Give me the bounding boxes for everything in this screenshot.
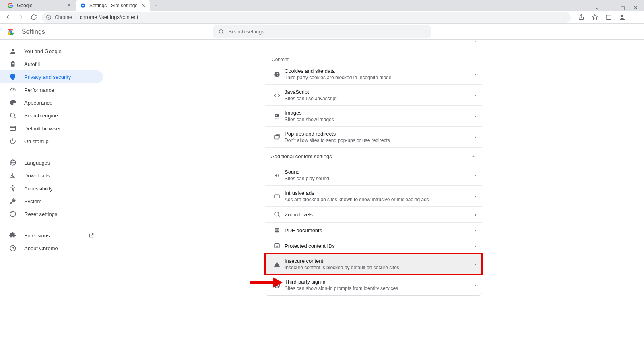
close-tab-icon[interactable]: ✕ <box>140 3 146 8</box>
chevron-up-icon <box>471 154 476 159</box>
nav-extensions[interactable]: Extensions <box>0 229 103 242</box>
warning-icon <box>271 261 283 268</box>
svg-point-39 <box>275 212 279 216</box>
popup-icon <box>271 134 283 141</box>
nav-system[interactable]: System <box>0 195 103 208</box>
share-icon[interactable] <box>576 12 586 22</box>
close-window-icon[interactable]: ✕ <box>632 5 639 11</box>
address-bar[interactable]: Chrome | chrome://settings/content <box>42 12 571 23</box>
side-panel-icon[interactable] <box>604 12 613 22</box>
svg-point-15 <box>12 49 14 51</box>
svg-rect-3 <box>606 15 611 19</box>
speedometer-icon <box>9 86 17 93</box>
browser-tab-settings[interactable]: Settings - Site settings ✕ <box>76 0 150 11</box>
shield-icon <box>9 73 17 80</box>
nav-autofill[interactable]: Autofill <box>0 58 103 70</box>
maximize-icon[interactable]: ▢ <box>619 5 626 11</box>
page-title: Settings <box>22 28 45 35</box>
nav-languages[interactable]: Languages <box>0 156 103 169</box>
row-images[interactable]: ImagesSites can show images › <box>265 105 482 126</box>
image-icon <box>271 113 283 120</box>
forward-button[interactable] <box>16 12 26 22</box>
row-protected-content[interactable]: Protected content IDs › <box>265 238 482 253</box>
chevron-down-icon[interactable]: ⌄ <box>593 5 601 11</box>
svg-point-7 <box>636 16 636 17</box>
gear-icon <box>80 2 86 9</box>
svg-line-40 <box>278 216 279 217</box>
svg-point-13 <box>219 29 223 33</box>
svg-point-32 <box>276 73 277 74</box>
chevron-right-icon: › <box>475 212 476 218</box>
nav-accessibility[interactable]: Accessibility <box>0 182 103 195</box>
row-zoom-levels[interactable]: Zoom levels › <box>265 206 482 222</box>
chevron-right-icon: › <box>475 261 476 267</box>
download-icon <box>9 172 17 179</box>
svg-rect-22 <box>10 126 16 131</box>
svg-rect-17 <box>12 63 14 64</box>
browser-toolbar: Chrome | chrome://settings/content <box>0 11 644 24</box>
tab-title: Settings - Site settings <box>89 3 137 8</box>
person-icon <box>9 47 17 55</box>
bookmark-icon[interactable] <box>590 12 600 22</box>
zoom-icon <box>271 211 283 218</box>
row-cookies[interactable]: Cookies and site dataThird-party cookies… <box>265 64 482 84</box>
settings-sidebar: You and Google Autofill Privacy and secu… <box>0 40 103 340</box>
palette-icon <box>9 99 17 106</box>
tab-title: Google <box>17 3 63 8</box>
nav-about-chrome[interactable]: About Chrome <box>0 242 103 255</box>
nav-you-and-google[interactable]: You and Google <box>0 45 103 58</box>
row-third-party-sign-in[interactable]: Third-party sign-inSites can show sign-i… <box>265 274 482 295</box>
kebab-menu-icon[interactable] <box>631 12 641 22</box>
row-javascript[interactable]: JavaScriptSites can use Javascript › <box>265 84 482 105</box>
svg-rect-37 <box>275 135 279 139</box>
sound-icon <box>271 172 283 179</box>
protected-content-icon <box>271 242 283 249</box>
svg-point-33 <box>277 73 278 74</box>
row-popups[interactable]: Pop-ups and redirectsDon't allow sites t… <box>265 126 482 147</box>
section-label-content: Content <box>265 49 482 64</box>
chevron-right-icon: › <box>475 172 476 178</box>
new-tab-button[interactable]: ＋ <box>150 0 161 11</box>
chrome-logo-icon <box>6 27 15 36</box>
browser-tab-google[interactable]: Google ✕ <box>3 0 76 11</box>
close-tab-icon[interactable]: ✕ <box>66 3 72 8</box>
row-pdf-documents[interactable]: PDF PDF documents › <box>265 222 482 238</box>
chevron-right-icon: › <box>475 113 476 119</box>
row-insecure-content[interactable]: Insecure contentInsecure content is bloc… <box>265 253 482 274</box>
svg-rect-45 <box>277 266 277 266</box>
nav-search-engine[interactable]: Search engine <box>0 109 103 122</box>
svg-point-29 <box>10 245 16 251</box>
browser-window-icon <box>9 125 17 132</box>
reload-button[interactable] <box>29 12 39 22</box>
svg-rect-38 <box>275 195 279 198</box>
minimize-icon[interactable]: — <box>606 5 613 11</box>
svg-text:PDF: PDF <box>275 229 279 231</box>
divider <box>0 152 78 152</box>
svg-point-6 <box>636 15 636 16</box>
external-link-icon <box>89 233 94 238</box>
nav-privacy-security[interactable]: Privacy and security <box>0 70 103 83</box>
row-sound[interactable]: SoundSites can play sound › <box>265 165 482 185</box>
nav-appearance[interactable]: Appearance <box>0 96 103 109</box>
nav-on-startup[interactable]: On startup <box>0 135 103 148</box>
site-info-icon[interactable] <box>46 14 52 20</box>
svg-line-14 <box>222 33 223 34</box>
window-controls: ⌄ — ▢ ✕ <box>588 5 644 11</box>
pdf-icon: PDF <box>271 227 283 234</box>
svg-line-19 <box>13 89 14 91</box>
accessibility-icon <box>9 185 17 192</box>
chevron-right-icon: › <box>475 134 476 140</box>
row-additional-content-settings[interactable]: Additional content settings <box>265 147 482 165</box>
nav-default-browser[interactable]: Default browser <box>0 122 103 135</box>
back-button[interactable] <box>3 12 13 22</box>
nav-reset-settings[interactable]: Reset settings <box>0 208 103 220</box>
settings-search[interactable] <box>213 25 431 38</box>
search-input[interactable] <box>228 29 426 35</box>
row-intrusive-ads[interactable]: Intrusive adsAds are blocked on sites kn… <box>265 185 482 206</box>
nav-performance[interactable]: Performance <box>0 83 103 96</box>
nav-downloads[interactable]: Downloads <box>0 169 103 182</box>
chevron-right-icon: › <box>475 243 476 249</box>
svg-point-28 <box>12 185 14 187</box>
row-additional-permissions[interactable]: — › <box>265 40 482 49</box>
profile-avatar-icon[interactable] <box>617 12 627 22</box>
